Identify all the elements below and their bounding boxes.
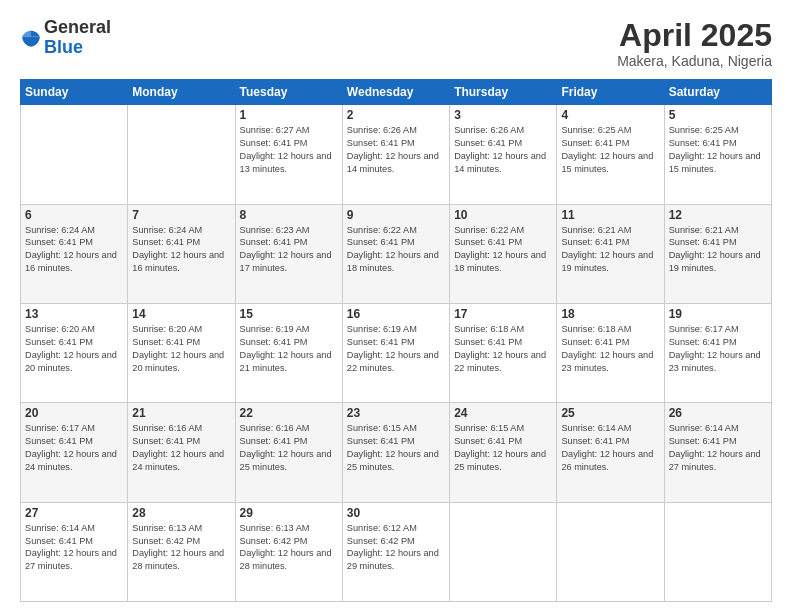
day-cell: 20Sunrise: 6:17 AM Sunset: 6:41 PM Dayli… [21, 403, 128, 502]
day-number: 27 [25, 506, 123, 520]
day-info: Sunrise: 6:22 AM Sunset: 6:41 PM Dayligh… [347, 224, 445, 276]
day-number: 12 [669, 208, 767, 222]
calendar-header-row: Sunday Monday Tuesday Wednesday Thursday… [21, 80, 772, 105]
day-number: 19 [669, 307, 767, 321]
col-monday: Monday [128, 80, 235, 105]
day-info: Sunrise: 6:21 AM Sunset: 6:41 PM Dayligh… [669, 224, 767, 276]
day-number: 23 [347, 406, 445, 420]
day-info: Sunrise: 6:24 AM Sunset: 6:41 PM Dayligh… [25, 224, 123, 276]
day-info: Sunrise: 6:26 AM Sunset: 6:41 PM Dayligh… [454, 124, 552, 176]
col-wednesday: Wednesday [342, 80, 449, 105]
day-cell: 25Sunrise: 6:14 AM Sunset: 6:41 PM Dayli… [557, 403, 664, 502]
week-row-3: 13Sunrise: 6:20 AM Sunset: 6:41 PM Dayli… [21, 303, 772, 402]
day-number: 4 [561, 108, 659, 122]
week-row-2: 6Sunrise: 6:24 AM Sunset: 6:41 PM Daylig… [21, 204, 772, 303]
day-cell: 28Sunrise: 6:13 AM Sunset: 6:42 PM Dayli… [128, 502, 235, 601]
day-number: 30 [347, 506, 445, 520]
day-info: Sunrise: 6:13 AM Sunset: 6:42 PM Dayligh… [240, 522, 338, 574]
day-cell [557, 502, 664, 601]
day-cell: 14Sunrise: 6:20 AM Sunset: 6:41 PM Dayli… [128, 303, 235, 402]
day-number: 10 [454, 208, 552, 222]
day-info: Sunrise: 6:16 AM Sunset: 6:41 PM Dayligh… [132, 422, 230, 474]
day-number: 9 [347, 208, 445, 222]
day-info: Sunrise: 6:14 AM Sunset: 6:41 PM Dayligh… [669, 422, 767, 474]
day-number: 13 [25, 307, 123, 321]
day-cell: 12Sunrise: 6:21 AM Sunset: 6:41 PM Dayli… [664, 204, 771, 303]
day-info: Sunrise: 6:23 AM Sunset: 6:41 PM Dayligh… [240, 224, 338, 276]
day-number: 22 [240, 406, 338, 420]
day-cell: 4Sunrise: 6:25 AM Sunset: 6:41 PM Daylig… [557, 105, 664, 204]
day-number: 2 [347, 108, 445, 122]
week-row-4: 20Sunrise: 6:17 AM Sunset: 6:41 PM Dayli… [21, 403, 772, 502]
day-cell [664, 502, 771, 601]
day-cell: 9Sunrise: 6:22 AM Sunset: 6:41 PM Daylig… [342, 204, 449, 303]
day-cell: 21Sunrise: 6:16 AM Sunset: 6:41 PM Dayli… [128, 403, 235, 502]
day-cell [21, 105, 128, 204]
day-info: Sunrise: 6:19 AM Sunset: 6:41 PM Dayligh… [347, 323, 445, 375]
day-info: Sunrise: 6:15 AM Sunset: 6:41 PM Dayligh… [347, 422, 445, 474]
day-number: 8 [240, 208, 338, 222]
day-cell: 5Sunrise: 6:25 AM Sunset: 6:41 PM Daylig… [664, 105, 771, 204]
day-cell: 24Sunrise: 6:15 AM Sunset: 6:41 PM Dayli… [450, 403, 557, 502]
day-number: 3 [454, 108, 552, 122]
day-cell: 1Sunrise: 6:27 AM Sunset: 6:41 PM Daylig… [235, 105, 342, 204]
day-cell: 16Sunrise: 6:19 AM Sunset: 6:41 PM Dayli… [342, 303, 449, 402]
col-tuesday: Tuesday [235, 80, 342, 105]
day-cell: 18Sunrise: 6:18 AM Sunset: 6:41 PM Dayli… [557, 303, 664, 402]
day-info: Sunrise: 6:17 AM Sunset: 6:41 PM Dayligh… [25, 422, 123, 474]
day-cell: 30Sunrise: 6:12 AM Sunset: 6:42 PM Dayli… [342, 502, 449, 601]
col-friday: Friday [557, 80, 664, 105]
month-title: April 2025 [617, 18, 772, 53]
logo-text: General Blue [44, 18, 111, 58]
day-number: 5 [669, 108, 767, 122]
day-number: 29 [240, 506, 338, 520]
day-info: Sunrise: 6:22 AM Sunset: 6:41 PM Dayligh… [454, 224, 552, 276]
day-cell: 6Sunrise: 6:24 AM Sunset: 6:41 PM Daylig… [21, 204, 128, 303]
day-number: 28 [132, 506, 230, 520]
day-cell: 27Sunrise: 6:14 AM Sunset: 6:41 PM Dayli… [21, 502, 128, 601]
day-info: Sunrise: 6:19 AM Sunset: 6:41 PM Dayligh… [240, 323, 338, 375]
day-number: 7 [132, 208, 230, 222]
day-number: 17 [454, 307, 552, 321]
logo: General Blue [20, 18, 111, 58]
day-number: 11 [561, 208, 659, 222]
day-info: Sunrise: 6:14 AM Sunset: 6:41 PM Dayligh… [25, 522, 123, 574]
day-cell: 23Sunrise: 6:15 AM Sunset: 6:41 PM Dayli… [342, 403, 449, 502]
day-number: 24 [454, 406, 552, 420]
calendar-table: Sunday Monday Tuesday Wednesday Thursday… [20, 79, 772, 602]
day-cell: 29Sunrise: 6:13 AM Sunset: 6:42 PM Dayli… [235, 502, 342, 601]
day-cell: 2Sunrise: 6:26 AM Sunset: 6:41 PM Daylig… [342, 105, 449, 204]
title-block: April 2025 Makera, Kaduna, Nigeria [617, 18, 772, 69]
day-cell: 7Sunrise: 6:24 AM Sunset: 6:41 PM Daylig… [128, 204, 235, 303]
col-saturday: Saturday [664, 80, 771, 105]
header: General Blue April 2025 Makera, Kaduna, … [20, 18, 772, 69]
logo-blue: Blue [44, 37, 83, 57]
day-cell: 15Sunrise: 6:19 AM Sunset: 6:41 PM Dayli… [235, 303, 342, 402]
day-number: 6 [25, 208, 123, 222]
day-info: Sunrise: 6:15 AM Sunset: 6:41 PM Dayligh… [454, 422, 552, 474]
day-info: Sunrise: 6:21 AM Sunset: 6:41 PM Dayligh… [561, 224, 659, 276]
week-row-5: 27Sunrise: 6:14 AM Sunset: 6:41 PM Dayli… [21, 502, 772, 601]
day-cell: 26Sunrise: 6:14 AM Sunset: 6:41 PM Dayli… [664, 403, 771, 502]
day-number: 18 [561, 307, 659, 321]
day-info: Sunrise: 6:20 AM Sunset: 6:41 PM Dayligh… [132, 323, 230, 375]
location: Makera, Kaduna, Nigeria [617, 53, 772, 69]
day-cell: 19Sunrise: 6:17 AM Sunset: 6:41 PM Dayli… [664, 303, 771, 402]
day-info: Sunrise: 6:25 AM Sunset: 6:41 PM Dayligh… [561, 124, 659, 176]
day-cell: 11Sunrise: 6:21 AM Sunset: 6:41 PM Dayli… [557, 204, 664, 303]
day-info: Sunrise: 6:17 AM Sunset: 6:41 PM Dayligh… [669, 323, 767, 375]
page: General Blue April 2025 Makera, Kaduna, … [0, 0, 792, 612]
day-cell [128, 105, 235, 204]
week-row-1: 1Sunrise: 6:27 AM Sunset: 6:41 PM Daylig… [21, 105, 772, 204]
day-cell: 22Sunrise: 6:16 AM Sunset: 6:41 PM Dayli… [235, 403, 342, 502]
day-number: 20 [25, 406, 123, 420]
day-number: 14 [132, 307, 230, 321]
day-info: Sunrise: 6:18 AM Sunset: 6:41 PM Dayligh… [454, 323, 552, 375]
day-info: Sunrise: 6:14 AM Sunset: 6:41 PM Dayligh… [561, 422, 659, 474]
day-number: 15 [240, 307, 338, 321]
day-info: Sunrise: 6:13 AM Sunset: 6:42 PM Dayligh… [132, 522, 230, 574]
col-thursday: Thursday [450, 80, 557, 105]
logo-general: General [44, 17, 111, 37]
day-cell [450, 502, 557, 601]
day-cell: 10Sunrise: 6:22 AM Sunset: 6:41 PM Dayli… [450, 204, 557, 303]
